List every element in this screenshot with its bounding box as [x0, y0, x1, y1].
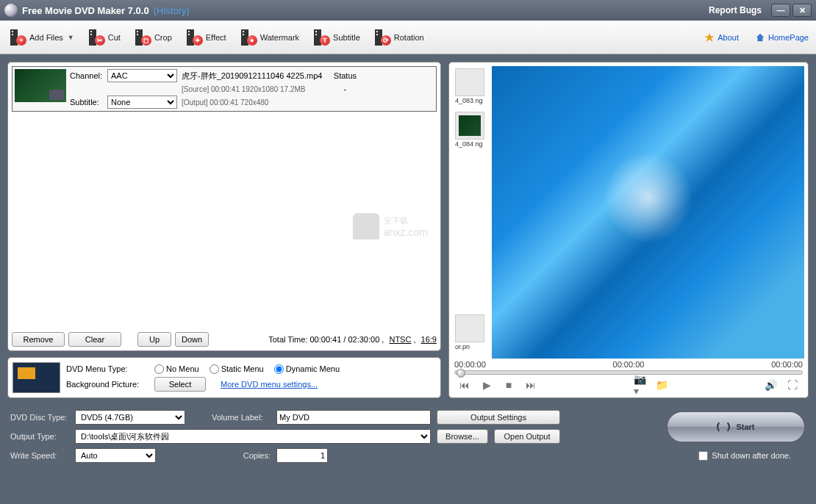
down-button[interactable]: Down	[175, 332, 209, 347]
rotate-icon: ⟳	[381, 35, 391, 46]
cut-label: Cut	[108, 33, 121, 42]
rotation-label: Rotation	[394, 33, 424, 42]
subtitle-select[interactable]: None	[107, 96, 177, 109]
plus-icon: +	[16, 35, 26, 46]
playback-slider[interactable]	[454, 370, 803, 375]
no-menu-radio[interactable]: No Menu	[154, 364, 199, 374]
file-name: 虎牙-胖炸_20190912111046 4225.mp4	[182, 71, 322, 82]
video-preview	[492, 66, 804, 359]
status-header: Status	[326, 71, 363, 80]
fullscreen-button[interactable]: ⛶	[787, 379, 798, 391]
side-thumb-1[interactable]	[455, 68, 484, 96]
add-files-button[interactable]: + Add Files ▼	[7, 28, 77, 47]
watermark-label: Watermark	[260, 33, 299, 42]
volume-label-label: Volume Label:	[212, 413, 271, 422]
next-button[interactable]: ⏭	[525, 379, 537, 391]
crop-icon: ◻	[141, 35, 151, 46]
open-folder-button[interactable]: 📁	[656, 379, 668, 391]
svg-marker-0	[705, 32, 714, 41]
report-bugs-link[interactable]: Report Bugs	[709, 5, 762, 15]
crop-label: Crop	[154, 33, 172, 42]
bg-picture-label: Background Picture:	[66, 380, 147, 389]
subtitle-label: Subtitle	[333, 33, 360, 42]
stop-button[interactable]: ■	[503, 379, 515, 391]
effect-label: Effect	[206, 33, 226, 42]
copies-label: Copies:	[212, 451, 271, 460]
total-time-label: Total Time: 00:00:41 / 02:30:00 , NTSC ,…	[268, 335, 437, 344]
drop-icon: ●	[247, 35, 257, 46]
file-list-panel: Channel: AAC 虎牙-胖炸_20190912111046 4225.m…	[7, 62, 441, 351]
select-bg-button[interactable]: Select	[154, 377, 206, 392]
minimize-button[interactable]: —	[771, 4, 790, 17]
dvd-menu-panel: DVD Menu Type: No Menu Static Menu Dynam…	[7, 357, 441, 398]
file-thumbnail	[15, 69, 66, 102]
star-icon	[704, 32, 715, 43]
start-button[interactable]: Start	[666, 411, 806, 443]
crop-button[interactable]: ◻ Crop	[132, 28, 175, 47]
dynamic-menu-radio[interactable]: Dynamic Menu	[274, 364, 340, 374]
volume-label-input[interactable]	[276, 410, 431, 425]
wand-icon: ✦	[193, 35, 203, 46]
output-type-label: Output Type:	[10, 432, 69, 441]
scissors-icon: ✂	[95, 35, 105, 46]
close-button[interactable]: ✕	[792, 4, 812, 17]
output-settings-button[interactable]: Output Settings	[437, 410, 560, 425]
menu-type-label: DVD Menu Type:	[66, 364, 147, 373]
more-menu-settings-link[interactable]: More DVD menu settings...	[221, 380, 318, 389]
output-info: [Output] 00:00:41 720x480	[182, 98, 322, 107]
effect-button[interactable]: ✦ Effect	[184, 28, 229, 47]
status-value: -	[326, 84, 363, 93]
preview-panel: 4_083 ng 4_084 ng or.pn 00:00:0000:00:00…	[448, 62, 809, 398]
output-type-select[interactable]: D:\tools\桌面\河东软件园	[75, 429, 431, 444]
app-logo-icon	[4, 4, 18, 17]
ntsc-link[interactable]: NTSC	[389, 335, 411, 344]
disc-type-select[interactable]: DVD5 (4.7GB)	[75, 410, 185, 425]
watermark-button[interactable]: ● Watermark	[238, 28, 302, 47]
about-link[interactable]: About	[704, 32, 739, 43]
write-speed-label: Write Speed:	[10, 451, 69, 460]
shutdown-label: Shut down after done.	[712, 451, 791, 460]
channel-label: Channel:	[70, 71, 103, 80]
volume-button[interactable]: 🔊	[765, 379, 776, 391]
app-title: Free Movie DVD Maker 7.0.0	[22, 5, 149, 16]
shutdown-checkbox[interactable]	[698, 451, 708, 461]
prev-button[interactable]: ⏮	[459, 379, 470, 391]
subtitle-button[interactable]: T Subtitle	[311, 28, 363, 47]
text-icon: T	[320, 35, 330, 46]
clear-button[interactable]: Clear	[68, 332, 121, 347]
timeline-labels: 00:00:0000:00:0000:00:00	[453, 359, 804, 369]
ratio-link[interactable]: 16:9	[421, 335, 437, 344]
file-item[interactable]: Channel: AAC 虎牙-胖炸_20190912111046 4225.m…	[12, 66, 437, 112]
channel-select[interactable]: AAC	[107, 69, 177, 82]
dropdown-arrow-icon: ▼	[68, 34, 74, 41]
play-button[interactable]: ▶	[481, 379, 493, 391]
open-output-button[interactable]: Open Output	[494, 429, 560, 444]
cut-button[interactable]: ✂ Cut	[86, 28, 124, 47]
refresh-icon	[717, 420, 730, 433]
homepage-link[interactable]: HomePage	[755, 32, 809, 43]
snapshot-button[interactable]: 📷▾	[634, 379, 645, 391]
browse-button[interactable]: Browse...	[437, 429, 488, 444]
source-info: [Source] 00:00:41 1920x1080 17.2MB	[182, 85, 322, 93]
rotation-button[interactable]: ⟳ Rotation	[372, 28, 427, 47]
add-files-label: Add Files	[29, 33, 63, 42]
side-thumb-3[interactable]	[455, 314, 484, 342]
disc-type-label: DVD Disc Type:	[10, 413, 69, 422]
remove-button[interactable]: Remove	[12, 332, 65, 347]
home-icon	[755, 32, 765, 43]
history-link[interactable]: (History)	[154, 5, 190, 16]
write-speed-select[interactable]: Auto	[75, 448, 156, 463]
menu-thumbnail	[12, 362, 60, 393]
subtitle-label: Subtitle:	[70, 98, 103, 107]
side-thumb-2[interactable]	[455, 112, 484, 140]
static-menu-radio[interactable]: Static Menu	[210, 364, 264, 374]
up-button[interactable]: Up	[137, 332, 171, 347]
copies-input[interactable]	[276, 448, 328, 463]
